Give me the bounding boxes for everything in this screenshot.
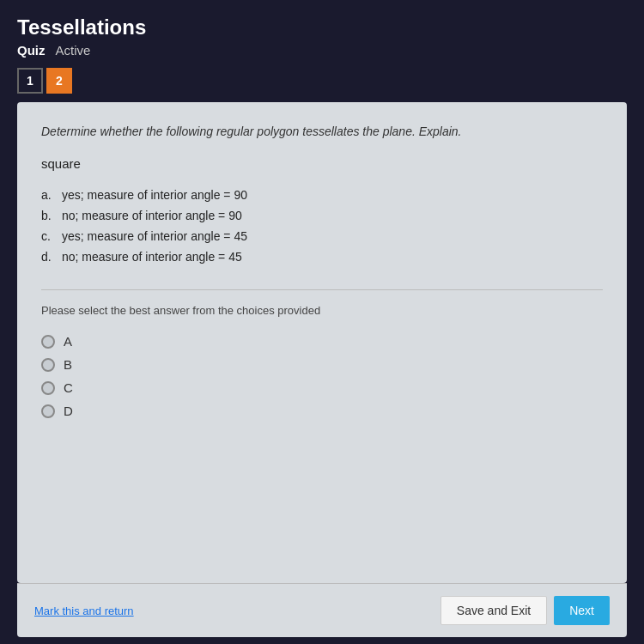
choice-text: yes; measure of interior angle = 90 bbox=[62, 188, 247, 202]
active-label: Active bbox=[56, 43, 91, 58]
choice-letter: c. bbox=[41, 229, 55, 243]
choice-item: b.no; measure of interior angle = 90 bbox=[41, 209, 603, 222]
question-prompt: Determine whether the following regular … bbox=[41, 123, 603, 141]
nav-button-2[interactable]: 2 bbox=[46, 68, 72, 94]
choice-item: d.no; measure of interior angle = 45 bbox=[41, 250, 603, 264]
footer-bar: Mark this and return Save and Exit Next bbox=[17, 583, 627, 637]
radio-circle bbox=[41, 381, 55, 395]
radio-label: D bbox=[64, 404, 73, 418]
footer-buttons: Save and Exit Next bbox=[440, 596, 610, 625]
choice-text: no; measure of interior angle = 90 bbox=[62, 209, 242, 222]
choices-list: a.yes; measure of interior angle = 90b.n… bbox=[41, 188, 603, 264]
mark-return-button[interactable]: Mark this and return bbox=[34, 605, 134, 617]
radio-label: B bbox=[64, 357, 72, 372]
subtitle-row: Quiz Active bbox=[17, 43, 627, 58]
page-title: Tessellations bbox=[17, 15, 627, 39]
radio-circle bbox=[41, 335, 55, 349]
content-area: Determine whether the following regular … bbox=[17, 102, 627, 583]
quiz-label: Quiz bbox=[17, 43, 46, 58]
choice-text: no; measure of interior angle = 45 bbox=[62, 250, 242, 264]
header: Tessellations Quiz Active 12 bbox=[0, 0, 644, 102]
radio-option-b[interactable]: B bbox=[41, 357, 603, 372]
instruction-text: Please select the best answer from the c… bbox=[41, 289, 603, 317]
nav-button-1[interactable]: 1 bbox=[17, 68, 43, 94]
choice-letter: b. bbox=[41, 209, 55, 222]
radio-circle bbox=[41, 404, 55, 418]
save-exit-button[interactable]: Save and Exit bbox=[440, 596, 547, 625]
choice-text: yes; measure of interior angle = 45 bbox=[62, 229, 247, 243]
question-nav: 12 bbox=[17, 68, 627, 94]
radio-option-d[interactable]: D bbox=[41, 404, 603, 418]
next-button[interactable]: Next bbox=[554, 596, 610, 625]
radio-options: ABCD bbox=[41, 334, 603, 418]
radio-option-c[interactable]: C bbox=[41, 380, 603, 395]
shape-label: square bbox=[41, 156, 603, 171]
choice-letter: d. bbox=[41, 250, 55, 264]
radio-label: A bbox=[64, 334, 72, 349]
choice-item: a.yes; measure of interior angle = 90 bbox=[41, 188, 603, 202]
radio-option-a[interactable]: A bbox=[41, 334, 603, 349]
radio-label: C bbox=[64, 380, 73, 395]
radio-circle bbox=[41, 358, 55, 372]
choice-letter: a. bbox=[41, 188, 55, 202]
choice-item: c.yes; measure of interior angle = 45 bbox=[41, 229, 603, 243]
